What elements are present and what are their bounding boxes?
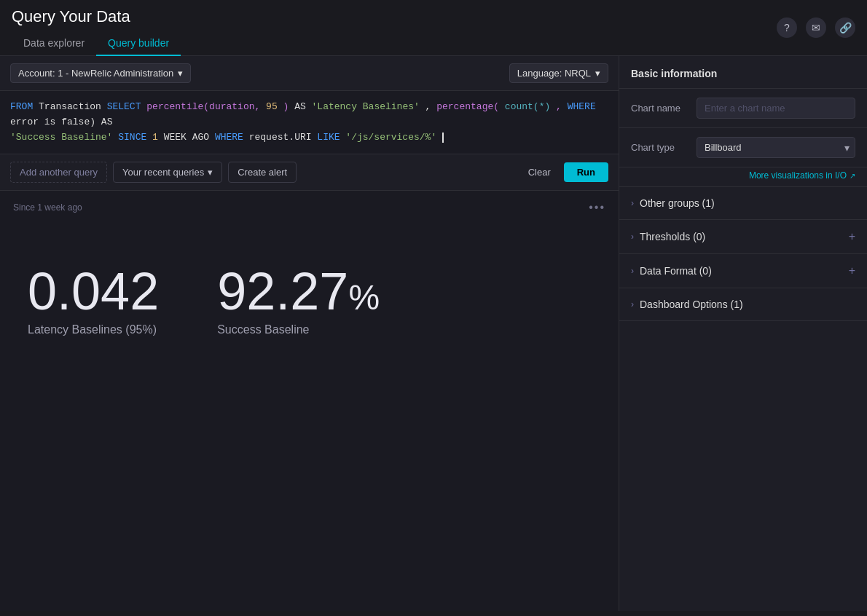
data-format-chevron-icon: › xyxy=(631,266,634,276)
chart-name-label: Chart name xyxy=(631,103,689,114)
dashboard-options-section: › Dashboard Options (1) xyxy=(619,288,867,321)
query-from-keyword: FROM xyxy=(10,101,33,112)
query-editor[interactable]: FROM Transaction SELECT percentile(durat… xyxy=(0,91,619,154)
run-button[interactable]: Run xyxy=(564,162,608,182)
query-select-keyword: SELECT xyxy=(107,101,141,112)
chart-type-select[interactable]: Billboard xyxy=(697,137,855,158)
account-selector[interactable]: Account: 1 - NewRelic Administration ▾ xyxy=(10,63,191,83)
panel-section-title: Basic information xyxy=(619,56,867,89)
chart-area: Since 1 week ago ••• 0.042 Latency Basel… xyxy=(0,191,619,611)
query-comma: , xyxy=(425,101,437,112)
viz-link[interactable]: More visualizations in I/O ↗ xyxy=(749,170,855,181)
billboard-item-latency: 0.042 Latency Baselines (95%) xyxy=(28,265,159,336)
data-format-label: Data Format (0) xyxy=(640,265,712,277)
query-alias2: 'Success Baseline' xyxy=(10,132,112,143)
link-icon[interactable]: 🔗 xyxy=(835,17,855,38)
query-toolbar: Account: 1 - NewRelic Administration ▾ L… xyxy=(0,56,619,91)
right-panel: Basic information Chart name Chart type … xyxy=(619,56,867,611)
query-fn2: percentage( xyxy=(436,101,499,112)
data-format-add-icon[interactable]: + xyxy=(849,264,855,277)
query-interval: 1 xyxy=(152,132,158,143)
account-chevron-icon: ▾ xyxy=(178,68,183,79)
billboard-item-success: 92.27% Success Baseline xyxy=(217,265,380,336)
thresholds-add-icon[interactable]: + xyxy=(849,230,855,243)
left-panel: Account: 1 - NewRelic Administration ▾ L… xyxy=(0,56,619,611)
billboard-percent-symbol: % xyxy=(348,278,380,317)
query-count: count(*) xyxy=(505,101,550,112)
chart-type-select-wrapper: Billboard xyxy=(697,137,855,158)
billboard-display: 0.042 Latency Baselines (95%) 92.27% Suc… xyxy=(13,221,605,601)
query-fn2b: , xyxy=(556,101,562,112)
billboard-value-success: 92.27% xyxy=(217,265,380,317)
query-as1: AS xyxy=(294,101,311,112)
action-bar: Add another query Your recent queries ▾ … xyxy=(0,154,619,191)
chart-menu-icon[interactable]: ••• xyxy=(589,201,605,214)
query-pattern: '/js/services/%' xyxy=(345,132,436,143)
billboard-value-latency: 0.042 xyxy=(28,265,159,317)
thresholds-label: Thresholds (0) xyxy=(640,231,705,242)
query-number: 95 xyxy=(266,101,278,112)
query-where2-keyword: WHERE xyxy=(215,132,249,143)
thresholds-chevron-icon: › xyxy=(631,232,634,242)
language-chevron-icon: ▾ xyxy=(595,68,600,79)
billboard-label-latency: Latency Baselines (95%) xyxy=(28,323,159,336)
other-groups-label: Other groups (1) xyxy=(640,197,715,209)
add-query-button[interactable]: Add another query xyxy=(10,162,107,183)
chart-name-group: Chart name xyxy=(619,89,867,128)
query-alias1: 'Latency Baselines' xyxy=(312,101,420,112)
data-format-header[interactable]: › Data Format (0) + xyxy=(619,254,867,288)
query-field: request.URI xyxy=(249,132,318,143)
query-condition: error is false) xyxy=(10,117,95,127)
mail-icon[interactable]: ✉ xyxy=(806,17,826,38)
action-bar-right: Clear Run xyxy=(521,162,608,182)
dashboard-options-chevron-icon: › xyxy=(631,299,634,309)
query-fn1: percentile(duration, xyxy=(146,101,266,112)
query-table: Transaction xyxy=(39,101,107,112)
query-since-keyword: SINCE xyxy=(118,132,152,143)
recent-queries-chevron-icon: ▾ xyxy=(208,167,213,178)
chart-type-label: Chart type xyxy=(631,142,689,153)
action-bar-left: Add another query Your recent queries ▾ … xyxy=(10,162,297,183)
query-like-keyword: LIKE xyxy=(317,132,345,143)
thresholds-header[interactable]: › Thresholds (0) + xyxy=(619,220,867,253)
other-groups-header[interactable]: › Other groups (1) xyxy=(619,187,867,219)
query-interval-unit: WEEK AGO xyxy=(164,132,215,143)
chart-type-group: Chart type Billboard xyxy=(619,128,867,167)
help-icon[interactable]: ? xyxy=(777,17,797,38)
clear-button[interactable]: Clear xyxy=(521,162,558,182)
tabs: Data explorer Query builder xyxy=(12,31,181,55)
chart-header: Since 1 week ago ••• xyxy=(13,201,605,214)
create-alert-button[interactable]: Create alert xyxy=(228,162,297,183)
thresholds-section: › Thresholds (0) + xyxy=(619,220,867,254)
query-where-keyword: WHERE xyxy=(568,101,596,112)
app-title: Query Your Data xyxy=(12,7,181,31)
external-link-icon: ↗ xyxy=(850,172,855,180)
dashboard-options-header[interactable]: › Dashboard Options (1) xyxy=(619,288,867,320)
other-groups-section: › Other groups (1) xyxy=(619,187,867,220)
query-fn1-close: ) xyxy=(283,101,289,112)
header-icons: ? ✉ 🔗 xyxy=(777,17,855,45)
header-left: Query Your Data Data explorer Query buil… xyxy=(12,7,181,55)
query-as2: AS xyxy=(101,117,113,127)
header: Query Your Data Data explorer Query buil… xyxy=(0,0,867,56)
recent-queries-button[interactable]: Your recent queries ▾ xyxy=(113,162,222,183)
data-format-section: › Data Format (0) + xyxy=(619,254,867,288)
query-cursor xyxy=(442,133,444,143)
tab-data-explorer[interactable]: Data explorer xyxy=(12,31,96,56)
other-groups-chevron-icon: › xyxy=(631,198,634,208)
chart-time-label: Since 1 week ago xyxy=(13,202,82,213)
tab-query-builder[interactable]: Query builder xyxy=(96,31,181,56)
dashboard-options-label: Dashboard Options (1) xyxy=(640,299,743,310)
visualizations-link-row: More visualizations in I/O ↗ xyxy=(619,167,867,187)
language-selector[interactable]: Language: NRQL ▾ xyxy=(509,63,608,83)
chart-name-input[interactable] xyxy=(697,98,855,119)
billboard-label-success: Success Baseline xyxy=(217,323,380,336)
main-layout: Account: 1 - NewRelic Administration ▾ L… xyxy=(0,56,867,611)
